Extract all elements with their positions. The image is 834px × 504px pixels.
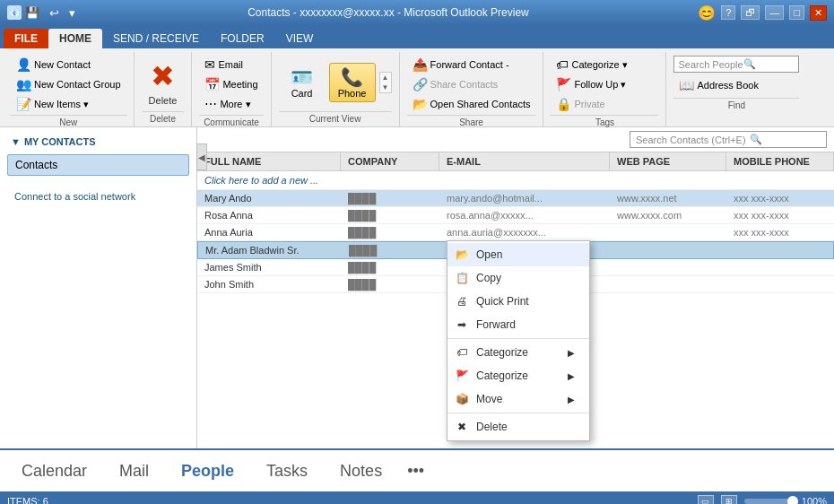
ctx-copy[interactable]: 📋 Copy <box>447 266 589 290</box>
ctx-quick-print[interactable]: 🖨 Quick Print <box>447 290 589 313</box>
new-contact-group-label: New Contact Group <box>34 79 121 90</box>
add-contact-row[interactable]: Click here to add a new ... <box>197 171 834 190</box>
tab-file[interactable]: FILE <box>4 29 48 48</box>
ribbon-group-tags: 🏷 Categorize ▾ 🚩 Follow Up ▾ 🔒 Private T… <box>543 52 666 126</box>
new-contact-icon: 👤 <box>16 57 31 72</box>
forward-contact-button[interactable]: 📤 Forward Contact - <box>407 56 536 74</box>
follow-up-button[interactable]: 🚩 Follow Up ▾ <box>551 75 658 93</box>
ctx-follow-up[interactable]: 🚩 Categorize ▶ <box>447 364 589 387</box>
private-label: Private <box>574 99 604 109</box>
nav-more[interactable]: ••• <box>407 462 424 481</box>
row-company-james: ████ <box>341 259 439 275</box>
ctx-move[interactable]: 📦 Move ▶ <box>447 387 589 411</box>
view-normal-icon[interactable]: ▭ <box>698 495 714 504</box>
status-bar-right: ▭ ⊞ 100% <box>698 495 827 504</box>
open-shared-icon: 📂 <box>413 97 428 111</box>
restore-button[interactable]: 🗗 <box>741 5 760 20</box>
share-contacts-icon: 🔗 <box>413 77 428 91</box>
ribbon-group-actions-content: 📤 Forward Contact - 🔗 Share Contacts 📂 O… <box>407 56 536 113</box>
title-bar-controls: 😊 ? 🗗 — □ ✕ <box>698 4 827 22</box>
open-shared-button[interactable]: 📂 Open Shared Contacts <box>407 95 536 113</box>
nav-mail[interactable]: Mail <box>112 458 156 484</box>
tab-home[interactable]: HOME <box>48 29 102 48</box>
ctx-forward-icon: ➡ <box>455 317 469 332</box>
close-button[interactable]: ✕ <box>810 5 827 21</box>
new-contact-group-button[interactable]: 👥 New Contact Group <box>11 75 126 93</box>
header-phone: MOBILE PHONE <box>726 152 834 170</box>
card-view-button[interactable]: 🪪 Card <box>279 63 326 102</box>
row-name-anna: Anna Auria <box>197 224 341 240</box>
sidebar-item-contacts[interactable]: Contacts <box>7 154 189 176</box>
row-company-john: ████ <box>341 276 439 292</box>
follow-up-label: Follow Up ▾ <box>574 79 626 91</box>
table-header: FULL NAME COMPANY E-MAIL WEB PAGE MOBILE… <box>197 152 834 171</box>
tab-view[interactable]: VIEW <box>275 29 325 48</box>
ctx-move-icon: 📦 <box>455 392 469 406</box>
row-web-john <box>610 282 726 287</box>
table-row[interactable]: Anna Auria ████ anna.auria@xxxxxxx... xx… <box>197 224 834 241</box>
tab-folder[interactable]: FOLDER <box>210 29 275 48</box>
ctx-open[interactable]: 📂 Open <box>447 243 589 266</box>
ribbon-group-tags-content: 🏷 Categorize ▾ 🚩 Follow Up ▾ 🔒 Private <box>551 56 658 113</box>
ctx-categorize-label: Categorize <box>476 346 528 359</box>
ctx-separator-1 <box>447 338 589 339</box>
ctx-delete[interactable]: ✖ Delete <box>447 415 589 439</box>
categorize-icon: 🏷 <box>556 57 569 72</box>
search-people-icon: 🔍 <box>743 58 756 70</box>
private-button[interactable]: 🔒 Private <box>551 95 658 113</box>
contacts-label: Contacts <box>15 159 57 171</box>
sidebar-section-text: MY CONTACTS <box>24 136 96 147</box>
zoom-slider[interactable] <box>744 499 798 504</box>
more-button[interactable]: ⋯ More ▾ <box>199 95 263 113</box>
ctx-separator-2 <box>447 413 589 413</box>
table-row[interactable]: Rosa Anna ████ rosa.anna@xxxxx... www.xx… <box>197 207 834 224</box>
new-items-icon: 📝 <box>16 97 31 111</box>
maximize-button[interactable]: □ <box>789 5 804 20</box>
tab-send-receive[interactable]: SEND / RECEIVE <box>102 29 210 48</box>
table-row[interactable]: Mary Ando ████ mary.ando@hotmail... www.… <box>197 190 834 207</box>
quick-access-toolbar[interactable]: 💾 ↩ ▾ <box>25 6 75 20</box>
social-network-link[interactable]: Connect to a social network <box>7 187 143 205</box>
view-reading-icon[interactable]: ⊞ <box>721 495 737 504</box>
ctx-categorize[interactable]: 🏷 Categorize ▶ <box>447 341 589 364</box>
row-company-rosa: ████ <box>341 207 439 223</box>
categorize-button[interactable]: 🏷 Categorize ▾ <box>551 56 658 74</box>
scroll-up-icon[interactable]: ▲ <box>381 73 390 83</box>
ctx-open-label: Open <box>476 248 502 261</box>
search-contacts-icon: 🔍 <box>750 134 762 145</box>
address-book-label: Address Book <box>697 80 758 91</box>
delete-button[interactable]: ✖ Delete <box>142 56 185 109</box>
phone-view-button[interactable]: 📞 Phone <box>329 63 376 102</box>
row-phone-rosa: xxx xxx-xxxx <box>726 207 834 223</box>
emoji-indicator: 😊 <box>698 4 716 22</box>
search-contacts-box[interactable]: Search Contacts (Ctrl+E) 🔍 <box>630 131 827 148</box>
card-view-label: Card <box>291 88 313 99</box>
address-book-button[interactable]: 📖 Address Book <box>673 76 799 94</box>
ribbon-group-delete: ✖ Delete Delete <box>135 52 193 126</box>
title-bar: 📧 💾 ↩ ▾ Contacts - xxxxxxxx@xxxxx.xx - M… <box>0 0 834 25</box>
ctx-forward-label: Forward <box>476 318 516 331</box>
minimize-button[interactable]: — <box>765 5 784 20</box>
nav-tasks[interactable]: Tasks <box>259 458 315 484</box>
view-scroll[interactable]: ▲ ▼ <box>379 72 392 93</box>
ribbon-group-actions: 📤 Forward Contact - 🔗 Share Contacts 📂 O… <box>400 52 544 126</box>
help-button[interactable]: ? <box>721 5 735 20</box>
scroll-down-icon[interactable]: ▼ <box>381 83 390 92</box>
new-contact-button[interactable]: 👤 New Contact <box>11 56 126 74</box>
search-people-box[interactable]: Search People 🔍 <box>673 56 799 73</box>
nav-notes[interactable]: Notes <box>333 458 389 484</box>
nav-calendar[interactable]: Calendar <box>14 458 94 484</box>
ctx-forward[interactable]: ➡ Forward <box>447 313 589 336</box>
sidebar-collapse-button[interactable]: ◀ <box>196 143 207 170</box>
share-contacts-button[interactable]: 🔗 Share Contacts <box>407 75 536 93</box>
email-button[interactable]: ✉ Email <box>199 56 263 74</box>
search-people-placeholder: Search People <box>678 59 743 70</box>
new-items-button[interactable]: 📝 New Items ▾ <box>11 95 126 113</box>
meeting-button[interactable]: 📅 Meeting <box>199 75 263 93</box>
items-count: ITEMS: 6 <box>7 496 48 504</box>
bottom-nav: Calendar Mail People Tasks Notes ••• <box>0 448 834 491</box>
sidebar-section-title: ▼ MY CONTACTS <box>7 135 189 149</box>
nav-people[interactable]: People <box>174 458 241 484</box>
current-view-group-label: Current View <box>279 111 392 126</box>
row-company-mary: ████ <box>341 190 439 206</box>
